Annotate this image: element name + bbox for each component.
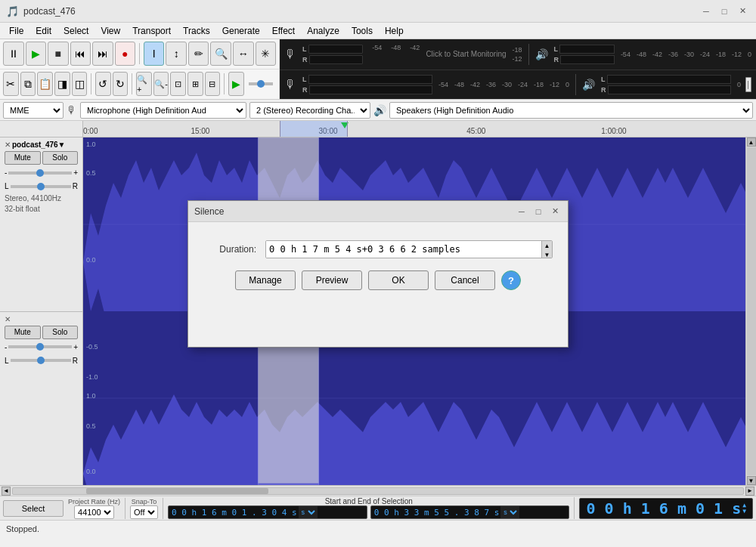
menu-edit[interactable]: Edit — [29, 24, 57, 38]
menu-help[interactable]: Help — [379, 24, 410, 38]
zoom-in-btn[interactable]: 🔍+ — [136, 72, 152, 96]
solo-button[interactable]: Solo — [42, 151, 79, 165]
draw-tool-btn[interactable]: ✏ — [188, 42, 209, 66]
speed-slider[interactable] — [246, 82, 276, 85]
help-button[interactable]: ? — [501, 270, 521, 290]
dialog-minimize-btn[interactable]: ─ — [515, 205, 528, 218]
track-info: Stereo, 44100Hz — [5, 194, 78, 202]
gain-slider[interactable] — [8, 172, 72, 175]
svg-text:0.0: 0.0 — [86, 256, 96, 264]
silence-dialog: Silence ─ □ ✕ Duration: ▲ ▼ Manage Previ… — [187, 200, 569, 348]
mute-button[interactable]: Mute — [5, 151, 41, 165]
channels-select[interactable]: 2 (Stereo) Recording Cha... — [249, 102, 370, 119]
menu-analyze[interactable]: Analyze — [301, 24, 345, 38]
silence-btn[interactable]: ◫ — [72, 72, 88, 96]
snap-to-label: Snap-To — [132, 498, 157, 505]
undo-btn[interactable]: ↺ — [95, 72, 111, 96]
host-select[interactable]: MME — [3, 102, 64, 119]
ok-button[interactable]: OK — [368, 270, 429, 290]
select-bottom-btn[interactable]: Select — [3, 500, 64, 517]
sel-start-unit[interactable]: s — [299, 506, 318, 518]
play-at-speed-btn[interactable]: ▶ — [228, 72, 244, 96]
monitor-label[interactable]: Click to Start Monitoring — [426, 50, 506, 58]
sel-end-display[interactable]: 0 0 h 3 3 m 5 5 . 3 8 7 s s — [370, 505, 570, 519]
vertical-scrollbar[interactable]: ▲ ▼ — [745, 138, 756, 485]
pan-slider[interactable] — [11, 185, 71, 188]
select-tool-btn[interactable]: I — [144, 42, 165, 66]
selection-bar: Select Project Rate (Hz) 44100 Snap-To O… — [0, 496, 756, 520]
trim-btn[interactable]: ◨ — [54, 72, 70, 96]
svg-text:1.0: 1.0 — [86, 392, 96, 400]
menu-generate[interactable]: Generate — [216, 24, 266, 38]
mic-device-icon: 🎙 — [67, 104, 77, 116]
skip-back-button[interactable]: ⏮ — [70, 42, 91, 66]
right-toolbars: 🎙 L R -54-48-42 — [280, 39, 756, 99]
track-name[interactable]: podcast_476▼ — [12, 141, 78, 149]
close-btn[interactable]: ✕ — [735, 4, 750, 19]
menu-effect[interactable]: Effect — [266, 24, 301, 38]
stop-button[interactable]: ■ — [48, 42, 69, 66]
zoom-tool-btn[interactable]: 🔍 — [210, 42, 231, 66]
cancel-button[interactable]: Cancel — [435, 270, 495, 290]
zoom-fit-btn[interactable]: ⊞ — [187, 72, 203, 96]
mic-device-select[interactable]: Microphone (High Definition Aud — [80, 102, 246, 119]
duration-row: Duration: ▲ ▼ — [203, 240, 553, 258]
sel-start-display[interactable]: 0 0 h 1 6 m 0 1 . 3 0 4 s s — [168, 505, 367, 519]
pan-slider2[interactable] — [11, 359, 71, 362]
selection-label: Start and End of Selection — [168, 497, 569, 505]
snap-to-select[interactable]: Off — [130, 505, 158, 519]
menu-file[interactable]: File — [3, 24, 29, 38]
menu-tracks[interactable]: Tracks — [177, 24, 216, 38]
horizontal-scrollbar[interactable]: ◄ ► — [0, 485, 756, 496]
play-button[interactable]: ▶ — [26, 42, 47, 66]
solo-button2[interactable]: Solo — [42, 326, 79, 339]
dialog-close-btn[interactable]: ✕ — [548, 205, 562, 218]
duration-input[interactable] — [266, 241, 541, 258]
mute-solo-controls: Mute Solo — [5, 151, 78, 165]
maximize-btn[interactable]: □ — [717, 4, 732, 19]
cut-btn[interactable]: ✂ — [3, 72, 19, 96]
skip-fwd-button[interactable]: ⏭ — [92, 42, 113, 66]
app-icon: 🎵 — [6, 5, 19, 17]
edit-toolbar: ✂ ⧉ 📋 ◨ ◫ ↺ ↻ 🔍+ 🔍- ⊡ ⊞ ⊟ ▶ — [0, 70, 280, 100]
gain-slider2[interactable] — [8, 345, 72, 348]
redo-btn[interactable]: ↻ — [113, 72, 129, 96]
pause-button[interactable]: ⏸ — [3, 42, 24, 66]
envelope-tool-btn[interactable]: ↕ — [166, 42, 187, 66]
collapse-icon[interactable]: ✕ — [5, 141, 11, 149]
manage-button[interactable]: Manage — [235, 270, 296, 290]
time-arrows[interactable]: ▲ ▼ — [742, 502, 746, 515]
multi-tool-btn[interactable]: ✳ — [256, 42, 277, 66]
project-rate-section: Project Rate (Hz) 44100 — [68, 498, 125, 519]
time-shift-btn[interactable]: ↔ — [233, 42, 254, 66]
dialog-body: Duration: ▲ ▼ Manage Preview OK Cancel ? — [188, 222, 568, 302]
track-panel: ✕ podcast_476▼ Mute Solo - + L R Ster — [0, 138, 83, 485]
separator2 — [91, 73, 91, 94]
menu-tools[interactable]: Tools — [345, 24, 379, 38]
menu-transport[interactable]: Transport — [126, 24, 177, 38]
output-device-select[interactable]: Speakers (High Definition Audio — [389, 102, 753, 119]
dialog-maximize-btn[interactable]: □ — [531, 205, 545, 218]
menu-view[interactable]: View — [94, 24, 126, 38]
duration-spinner[interactable]: ▲ ▼ — [541, 241, 552, 258]
sel-end-unit[interactable]: s — [500, 506, 519, 518]
svg-text:0.0: 0.0 — [86, 468, 96, 475]
record-button[interactable]: ● — [115, 42, 136, 66]
minimize-btn[interactable]: ─ — [699, 4, 714, 19]
zoom-sel-btn[interactable]: ⊡ — [170, 72, 186, 96]
collapse-icon2[interactable]: ✕ — [5, 315, 11, 323]
menu-select[interactable]: Select — [57, 24, 94, 38]
snap-to-section: Snap-To Off — [130, 498, 163, 519]
mic-icon: 🎙 — [284, 48, 296, 61]
copy-btn[interactable]: ⧉ — [20, 72, 36, 96]
svg-text:0.5: 0.5 — [86, 422, 96, 430]
menubar: File Edit Select View Transport Tracks G… — [0, 23, 756, 39]
mute-button2[interactable]: Mute — [5, 326, 41, 339]
large-time-display: 0 0 h 1 6 m 0 1 s ▲ ▼ — [579, 498, 753, 519]
track-header-1: ✕ podcast_476▼ Mute Solo - + L R Ster — [0, 138, 82, 312]
preview-button[interactable]: Preview — [302, 270, 362, 290]
zoom-out-btn[interactable]: 🔍- — [153, 72, 169, 96]
paste-btn[interactable]: 📋 — [37, 72, 53, 96]
project-rate-select[interactable]: 44100 — [74, 505, 114, 519]
zoom-reset-btn[interactable]: ⊟ — [205, 72, 221, 96]
